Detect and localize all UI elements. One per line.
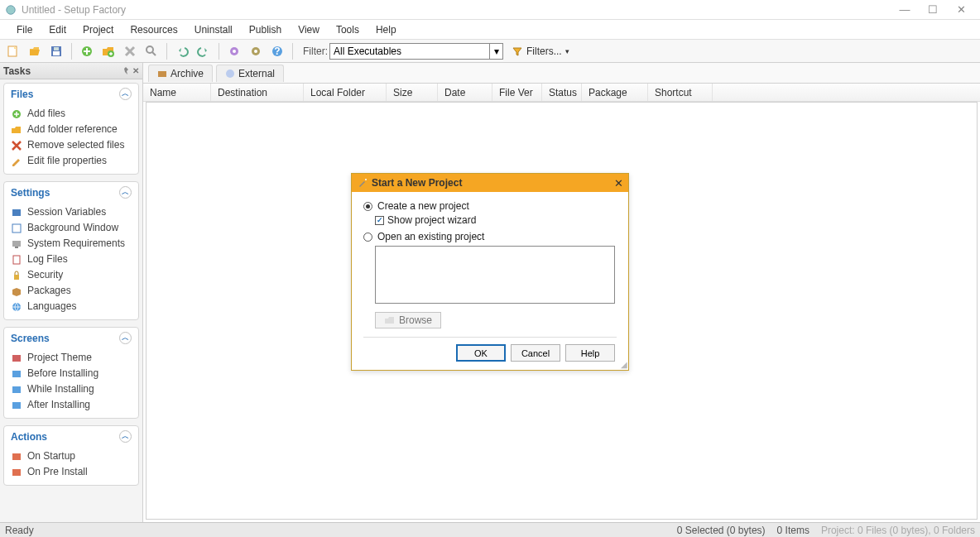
menu-tools[interactable]: Tools (328, 21, 368, 39)
window-title: Untitled - Setup Factory (22, 4, 126, 16)
chevron-up-icon[interactable]: ︿ (119, 332, 132, 344)
task-background-window[interactable]: Background Window (11, 220, 132, 236)
dialog-close-button[interactable]: ✕ (614, 177, 623, 189)
filter-label: Filter: (303, 46, 328, 57)
menu-help[interactable]: Help (368, 21, 405, 39)
pin-icon[interactable] (121, 66, 131, 76)
tab-external[interactable]: External (216, 65, 284, 82)
panel-settings: Settings︿ Session Variables Background W… (3, 181, 139, 320)
cancel-button[interactable]: Cancel (511, 344, 560, 362)
status-project: Project: 0 Files (0 bytes), 0 Folders (821, 525, 975, 536)
chevron-down-icon: ▾ (489, 44, 502, 59)
maximize-button[interactable]: ☐ (919, 1, 947, 19)
menu-publish[interactable]: Publish (241, 21, 290, 39)
status-bar: Ready 0 Selected (0 bytes) 0 Items Proje… (0, 522, 980, 537)
close-panel-icon[interactable]: ✕ (132, 66, 139, 76)
menu-uninstall[interactable]: Uninstall (186, 21, 241, 39)
col-filever[interactable]: File Ver (492, 84, 542, 101)
svg-point-29 (226, 70, 234, 78)
search-icon[interactable] (142, 41, 161, 61)
column-headers: Name Destination Local Folder Size Date … (143, 84, 980, 102)
task-session-variables[interactable]: Session Variables (11, 204, 132, 220)
col-date[interactable]: Date (438, 84, 492, 101)
col-package[interactable]: Package (582, 84, 648, 101)
svg-rect-23 (12, 371, 21, 377)
undo-icon[interactable] (172, 41, 192, 61)
col-destination[interactable]: Destination (211, 84, 304, 101)
col-status[interactable]: Status (542, 84, 582, 101)
svg-point-0 (7, 5, 16, 14)
task-security[interactable]: Security (11, 267, 132, 283)
gear-purple-icon[interactable] (224, 41, 244, 61)
col-shortcut[interactable]: Shortcut (648, 84, 713, 101)
col-name[interactable]: Name (143, 84, 211, 101)
panel-files: Files︿ Add files Add folder reference Re… (3, 83, 139, 175)
col-size[interactable]: Size (387, 84, 438, 101)
filters-button[interactable]: Filters... ▾ (512, 46, 569, 57)
sidebar-header: Tasks ✕ (0, 63, 142, 79)
add-folder-icon[interactable] (98, 41, 118, 61)
close-window-button[interactable]: ✕ (947, 1, 975, 19)
panel-actions: Actions︿ On Startup On Pre Install (3, 425, 139, 486)
checkbox-show-wizard[interactable]: ✓ Show project wizard (375, 214, 617, 226)
menu-view[interactable]: View (290, 21, 328, 39)
filter-select[interactable]: All Executables ▾ (329, 43, 503, 60)
save-icon[interactable] (46, 41, 66, 61)
tabs-bar: Archive External (143, 63, 980, 84)
tab-archive[interactable]: Archive (148, 65, 213, 82)
chevron-up-icon[interactable]: ︿ (119, 430, 132, 443)
dialog-start-new-project: Start a New Project ✕ Create a new proje… (351, 173, 629, 371)
task-after-installing[interactable]: After Installing (11, 397, 132, 413)
ok-button[interactable]: OK (456, 344, 506, 362)
task-on-pre-install[interactable]: On Pre Install (11, 464, 132, 480)
folder-icon (384, 314, 396, 326)
menu-project[interactable]: Project (74, 21, 122, 39)
status-items: 0 Items (777, 525, 809, 536)
chevron-up-icon[interactable]: ︿ (119, 186, 132, 199)
task-before-installing[interactable]: Before Installing (11, 366, 132, 381)
redo-icon[interactable] (194, 41, 214, 61)
task-edit-file-props[interactable]: Edit file properties (11, 153, 132, 169)
task-while-installing[interactable]: While Installing (11, 381, 132, 397)
radio-open-project[interactable]: Open an existing project (363, 231, 617, 242)
task-on-startup[interactable]: On Startup (11, 448, 132, 464)
new-icon[interactable] (3, 41, 23, 61)
task-remove-selected[interactable]: Remove selected files (11, 137, 132, 153)
svg-rect-25 (12, 402, 21, 409)
menu-file[interactable]: File (8, 21, 41, 39)
recent-projects-list[interactable] (375, 246, 615, 304)
task-project-theme[interactable]: Project Theme (11, 350, 132, 366)
browse-button[interactable]: Browse (375, 312, 441, 328)
toolbar: ? Filter: All Executables ▾ Filters... ▾ (0, 40, 980, 63)
add-file-icon[interactable] (77, 41, 97, 61)
task-add-folder-reference[interactable]: Add folder reference (11, 122, 132, 137)
task-languages[interactable]: Languages (11, 299, 132, 314)
panel-screens: Screens︿ Project Theme Before Installing… (3, 327, 139, 419)
help-icon[interactable]: ? (267, 41, 287, 61)
svg-rect-27 (12, 469, 21, 476)
delete-icon[interactable] (120, 41, 140, 61)
gear-icon[interactable] (246, 41, 266, 61)
filters-label: Filters... (526, 46, 562, 57)
task-system-requirements[interactable]: System Requirements (11, 236, 132, 252)
menu-edit[interactable]: Edit (41, 21, 74, 39)
task-log-files[interactable]: Log Files (11, 252, 132, 267)
filter-icon (512, 46, 523, 57)
menu-bar: File Edit Project Resources Uninstall Pu… (0, 20, 980, 40)
chevron-up-icon[interactable]: ︿ (119, 88, 132, 100)
status-ready: Ready (5, 525, 34, 536)
radio-create-project[interactable]: Create a new project (363, 200, 617, 212)
help-button[interactable]: Help (565, 344, 615, 362)
task-add-files[interactable]: Add files (11, 106, 132, 122)
col-local-folder[interactable]: Local Folder (304, 84, 387, 101)
minimize-button[interactable]: — (891, 1, 919, 19)
external-icon (225, 69, 235, 79)
menu-resources[interactable]: Resources (122, 21, 185, 39)
svg-rect-20 (14, 275, 19, 280)
task-packages[interactable]: Packages (11, 283, 132, 299)
resize-grip[interactable]: ◢ (621, 361, 627, 369)
open-icon[interactable] (25, 41, 45, 61)
status-selected: 0 Selected (0 bytes) (677, 525, 766, 536)
svg-rect-22 (12, 355, 21, 362)
sidebar: Tasks ✕ Files︿ Add files Add folder refe… (0, 63, 142, 522)
